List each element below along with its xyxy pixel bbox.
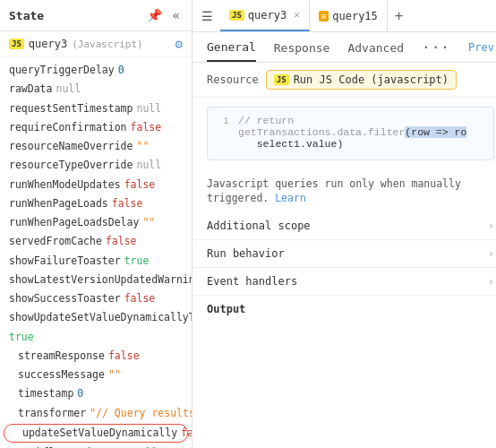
state-key: showSuccessToaster bbox=[9, 291, 121, 306]
state-key: resourceNameOverride bbox=[9, 139, 133, 154]
resource-row: Resource JS Run JS Code (javascript) bbox=[192, 63, 496, 98]
run-behavior-label: Run behavior bbox=[207, 247, 285, 260]
state-val: null bbox=[136, 158, 161, 173]
pin-icon[interactable]: 📌 bbox=[144, 7, 165, 23]
resource-label: Resource bbox=[207, 73, 259, 86]
state-key: transformer bbox=[18, 406, 86, 421]
state-item: requestSentTimestampnull bbox=[0, 99, 192, 118]
state-item: queryTriggerDelay0 bbox=[0, 61, 192, 80]
settings-icon[interactable]: ⚙ bbox=[175, 37, 183, 51]
nav-more-icon[interactable]: ··· bbox=[422, 39, 450, 56]
state-val: false bbox=[131, 120, 162, 135]
state-key: showUpdateSetValueDynamicallyTogg bbox=[9, 310, 192, 325]
js-badge-left: JS bbox=[9, 39, 24, 49]
state-item: resourceNameOverride"" bbox=[0, 137, 192, 156]
resource-js-icon: JS bbox=[274, 74, 289, 85]
state-key: successMessage bbox=[18, 367, 105, 383]
state-item: runWhenPageLoadsDelay"" bbox=[0, 213, 192, 232]
state-key: runWhenPageLoadsDelay bbox=[9, 215, 139, 230]
state-val: false bbox=[124, 291, 156, 306]
state-item: successMessage"" bbox=[0, 366, 192, 384]
state-key: runWhenModeUpdates bbox=[9, 177, 121, 193]
tab-query15-label: query15 bbox=[332, 10, 378, 22]
right-panel: ☰ JS query3 ✕ ⊞ query15 + General Respon… bbox=[192, 0, 496, 448]
additional-scope-label: Additional scope bbox=[207, 220, 311, 232]
state-item: showFailureToastertrue bbox=[0, 252, 192, 271]
state-val: false bbox=[181, 426, 192, 441]
event-handlers-row[interactable]: Event handlers › bbox=[192, 268, 496, 296]
line-num-1: 1 bbox=[217, 115, 229, 138]
state-key: timestamp bbox=[18, 386, 73, 401]
state-val: false bbox=[106, 234, 137, 249]
state-val: false bbox=[112, 196, 143, 211]
collapse-icon[interactable]: « bbox=[170, 7, 183, 23]
tab-query3[interactable]: JS query3 ✕ bbox=[220, 0, 310, 31]
resource-badge[interactable]: JS Run JS Code (javascript) bbox=[266, 70, 457, 90]
state-val: "" bbox=[142, 215, 155, 230]
state-key: streamResponse bbox=[18, 349, 105, 364]
state-item: runWhenModeUpdatesfalse bbox=[0, 176, 192, 194]
state-val: false bbox=[124, 177, 156, 193]
code-editor[interactable]: 1 // return getTransactions.data.filter(… bbox=[207, 107, 494, 160]
state-key: requireConfirmation bbox=[9, 120, 127, 135]
code-comment: // return getTransactions.data.filter bbox=[238, 115, 405, 138]
state-item: resourceTypeOverridenull bbox=[0, 156, 192, 175]
tab-js-badge: JS bbox=[229, 10, 244, 21]
state-item: showSuccessToasterfalse bbox=[0, 289, 192, 308]
state-item: rawDatanull bbox=[0, 80, 192, 99]
state-indent-label: true bbox=[9, 330, 34, 345]
nav-prev-button[interactable]: Prev bbox=[468, 41, 494, 54]
state-val: "// Query results ar... bbox=[90, 406, 192, 421]
nav-advanced[interactable]: Advanced bbox=[347, 32, 404, 62]
query-label-row: JS query3 (Javascript) ⚙ bbox=[0, 31, 192, 57]
query-lang: (Javascript) bbox=[72, 39, 142, 50]
output-row: Output bbox=[192, 296, 496, 323]
state-val: false bbox=[108, 349, 140, 364]
state-item: workflowActionTypenull bbox=[0, 444, 192, 448]
tab-add-button[interactable]: + bbox=[388, 7, 411, 24]
state-val: 0 bbox=[77, 386, 83, 401]
state-key: runWhenPageLoads bbox=[9, 196, 108, 211]
state-item: servedFromCachefalse bbox=[0, 232, 192, 251]
code-line2-text: select1.value) bbox=[238, 138, 343, 150]
state-list: queryTriggerDelay0rawDatanullrequestSent… bbox=[0, 57, 192, 448]
run-behavior-chevron: › bbox=[488, 247, 494, 260]
state-key: servedFromCache bbox=[9, 234, 102, 249]
event-handlers-label: Event handlers bbox=[207, 275, 297, 288]
state-key: resourceTypeOverride bbox=[9, 158, 133, 173]
run-behavior-row[interactable]: Run behavior › bbox=[192, 240, 496, 268]
state-item: showLatestVersionUpdatedWarningf... bbox=[0, 271, 192, 289]
learn-link[interactable]: Learn bbox=[275, 192, 306, 204]
state-item: requireConfirmationfalse bbox=[0, 118, 192, 137]
info-text-content: Javascript queries run only when manuall… bbox=[207, 177, 461, 204]
state-key: showLatestVersionUpdatedWarning bbox=[9, 272, 192, 288]
code-highlight: (row => ro bbox=[405, 126, 466, 138]
state-item: true bbox=[0, 328, 192, 347]
tab-query3-label: query3 bbox=[248, 9, 286, 22]
state-val: "" bbox=[108, 367, 121, 383]
state-item: transformer"// Query results ar... bbox=[0, 404, 192, 423]
tab-close-icon[interactable]: ✕ bbox=[294, 9, 300, 21]
code-line-2: select1.value) bbox=[217, 138, 484, 150]
additional-scope-chevron: › bbox=[488, 220, 494, 232]
state-val: "" bbox=[136, 139, 149, 154]
resource-badge-text: Run JS Code (javascript) bbox=[294, 73, 449, 86]
tab-orange-badge: ⊞ bbox=[319, 11, 329, 22]
hamburger-icon[interactable]: ☰ bbox=[201, 9, 213, 23]
state-key: showFailureToaster bbox=[9, 254, 121, 269]
state-key: requestSentTimestamp bbox=[9, 101, 133, 116]
output-label: Output bbox=[207, 303, 245, 315]
query-name: query3 bbox=[29, 38, 67, 50]
additional-scope-row[interactable]: Additional scope › bbox=[192, 212, 496, 240]
state-item: updateSetValueDynamicallyfalse bbox=[4, 424, 188, 443]
state-item: showUpdateSetValueDynamicallyTogg bbox=[0, 308, 192, 327]
state-item: streamResponsefalse bbox=[0, 347, 192, 366]
tab-bar: ☰ JS query3 ✕ ⊞ query15 + bbox=[192, 0, 496, 32]
tab-query15[interactable]: ⊞ query15 bbox=[310, 0, 388, 31]
nav-response[interactable]: Response bbox=[274, 32, 330, 62]
state-key: rawData bbox=[9, 82, 52, 97]
state-val: null bbox=[136, 101, 161, 116]
state-item: timestamp0 bbox=[0, 384, 192, 403]
nav-general[interactable]: General bbox=[207, 32, 256, 62]
code-content: // return getTransactions.data.filter(ro… bbox=[238, 115, 484, 138]
